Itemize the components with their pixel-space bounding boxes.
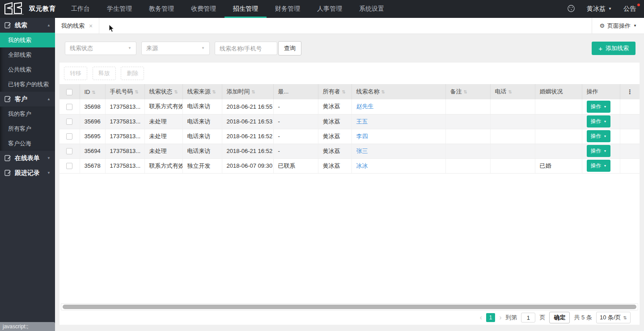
sidebar-item-my-customers[interactable]: 我的客户: [0, 106, 55, 121]
col-header-phone[interactable]: 手机号码⇅: [105, 84, 144, 99]
filter-bar: 线索状态 ▼ 来源 ▼ 查询 + 添加线索: [55, 34, 644, 63]
sort-icon[interactable]: ⇅: [342, 89, 346, 94]
col-header-id[interactable]: ID⇅: [80, 84, 105, 99]
nav-item-workbench[interactable]: 工作台: [63, 0, 98, 18]
select-all-checkbox[interactable]: [66, 89, 72, 95]
query-button[interactable]: 查询: [278, 41, 301, 55]
kebab-menu-icon[interactable]: ⋮: [627, 88, 633, 95]
col-header-source[interactable]: 线索来源⇅: [182, 84, 222, 99]
nav-item-student-mgmt[interactable]: 学生管理: [98, 0, 140, 18]
sort-icon[interactable]: ⇅: [464, 89, 467, 94]
col-header-added-time[interactable]: 添加时间⇅: [222, 84, 273, 99]
sidebar-section-online-forms[interactable]: 在线表单 ▼: [0, 151, 55, 166]
cell-status: 未处理: [144, 114, 182, 129]
cell-note: [445, 158, 490, 173]
clue-name-link[interactable]: 冰冰: [356, 162, 368, 169]
clue-name-link[interactable]: 李四: [356, 133, 368, 140]
table-card: 转移 释放 删除 ID⇅ 手机号码⇅ 线索状态⇅ 线索来源⇅ 添加时间⇅ 最..: [59, 63, 640, 325]
add-clue-button[interactable]: + 添加线索: [592, 42, 636, 55]
table-row: 35694 17375813... 未处理 电话来访 2018-06-21 16…: [59, 144, 640, 158]
source-select[interactable]: 来源 ▼: [141, 42, 210, 55]
user-menu[interactable]: 黄冰荔 ▼: [587, 5, 612, 13]
nav-item-system-settings[interactable]: 系统设置: [351, 0, 393, 18]
clue-name-link[interactable]: 赵先生: [356, 103, 374, 110]
confirm-button[interactable]: 确定: [549, 312, 570, 323]
clue-name-link[interactable]: 张三: [356, 148, 368, 154]
sidebar-section-customers[interactable]: 客户 ▲: [0, 92, 55, 106]
col-header-tel[interactable]: 电话⇅: [490, 84, 535, 99]
row-checkbox[interactable]: [66, 148, 72, 154]
nav-item-finance-mgmt[interactable]: 财务管理: [267, 0, 309, 18]
cell-id: 35695: [80, 129, 105, 144]
row-action-button[interactable]: 操作▼: [587, 130, 611, 142]
sort-icon[interactable]: ⇅: [135, 89, 139, 94]
cell-checkbox: [59, 144, 80, 158]
clue-name-link[interactable]: 王五: [356, 118, 368, 125]
search-input[interactable]: [215, 42, 277, 55]
page-operations-button[interactable]: ⚙ 页面操作 ▼: [592, 18, 644, 34]
chevron-down-icon: ▼: [128, 47, 131, 50]
col-header-name[interactable]: 线索名称⇅: [352, 84, 445, 99]
sidebar-item-all-clues[interactable]: 全部线索: [0, 47, 55, 62]
next-page-icon[interactable]: ›: [499, 314, 501, 321]
cell-note: [445, 144, 490, 158]
tab-my-clues[interactable]: 我的线索 ×: [55, 18, 99, 34]
palette-icon[interactable]: [567, 4, 575, 14]
col-header-note[interactable]: 备注⇅: [445, 84, 490, 99]
notification-dot: [637, 4, 640, 6]
cell-name: 李四: [352, 129, 445, 144]
nav-item-academic-mgmt[interactable]: 教务管理: [140, 0, 182, 18]
delete-button[interactable]: 删除: [121, 67, 144, 80]
col-header-owner[interactable]: 所有者⇅: [318, 84, 352, 99]
close-icon[interactable]: ×: [89, 22, 93, 30]
sidebar-item-public-clues[interactable]: 公共线索: [0, 62, 55, 77]
sidebar-section-followup-records[interactable]: 跟进记录 ▼: [0, 166, 55, 180]
horizontal-scrollbar[interactable]: [61, 303, 638, 310]
sort-icon[interactable]: ⇅: [212, 89, 216, 94]
cell-phone: 17375813...: [105, 129, 144, 144]
tab-bar: 我的线索 × ⚙ 页面操作 ▼: [55, 18, 644, 34]
row-checkbox[interactable]: [66, 119, 72, 125]
sidebar-section-clues[interactable]: 线索 ▲: [0, 18, 55, 33]
col-header-status[interactable]: 线索状态⇅: [144, 84, 182, 99]
sidebar-item-customer-pool[interactable]: 客户公海: [0, 136, 55, 151]
row-checkbox[interactable]: [66, 163, 72, 169]
row-checkbox[interactable]: [66, 133, 72, 140]
sort-icon[interactable]: ⇅: [252, 89, 255, 94]
nav-item-hr-mgmt[interactable]: 人事管理: [309, 0, 351, 18]
clue-status-select[interactable]: 线索状态 ▼: [65, 42, 136, 55]
scrollbar-thumb[interactable]: [63, 305, 636, 309]
goto-suffix-label: 页: [539, 314, 545, 322]
chevron-down-icon: ▼: [47, 171, 51, 175]
sort-icon[interactable]: ⇅: [92, 90, 96, 95]
sort-icon[interactable]: ⇅: [174, 89, 178, 94]
sidebar-item-my-clues[interactable]: 我的线索: [0, 33, 55, 47]
total-count-label: 共 5 条: [574, 314, 592, 322]
logo[interactable]: 双元教育: [0, 0, 63, 18]
sort-icon[interactable]: ⇅: [508, 89, 512, 94]
nav-item-enrollment-mgmt[interactable]: 招生管理: [225, 0, 267, 18]
row-action-button[interactable]: 操作▼: [587, 160, 611, 172]
cell-extra: [620, 99, 640, 114]
nav-item-fee-mgmt[interactable]: 收费管理: [182, 0, 225, 18]
cell-name: 赵先生: [352, 99, 445, 114]
row-action-button[interactable]: 操作▼: [587, 101, 611, 113]
announcement-link[interactable]: 公告: [623, 5, 636, 13]
transfer-button[interactable]: 转移: [64, 67, 87, 80]
sidebar-item-converted-clues[interactable]: 已转客户的线索: [0, 77, 55, 92]
sidebar-item-all-customers[interactable]: 所有客户: [0, 121, 55, 136]
page-number-current[interactable]: 1: [486, 313, 495, 322]
table-header-row: ID⇅ 手机号码⇅ 线索状态⇅ 线索来源⇅ 添加时间⇅ 最... 所有者⇅ 线索…: [59, 84, 640, 99]
prev-page-icon[interactable]: ‹: [480, 314, 482, 321]
cell-owner: 黄冰荔: [318, 158, 352, 173]
page-size-select[interactable]: 10 条/页 ⇅: [596, 312, 631, 323]
row-action-button[interactable]: 操作▼: [587, 145, 611, 157]
cell-owner: 黄冰荔: [318, 114, 352, 129]
row-checkbox[interactable]: [66, 104, 72, 110]
row-action-button[interactable]: 操作▼: [587, 115, 611, 127]
release-button[interactable]: 释放: [93, 67, 116, 80]
cell-added: 2018-06-21 16:52: [222, 144, 273, 158]
tab-label: 我的线索: [61, 22, 85, 30]
goto-page-input[interactable]: [521, 313, 535, 323]
sort-icon[interactable]: ⇅: [381, 89, 385, 94]
